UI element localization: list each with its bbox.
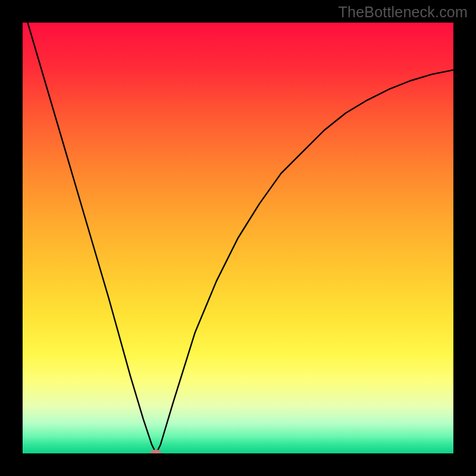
minimum-marker bbox=[151, 450, 162, 454]
bottleneck-curve bbox=[23, 23, 453, 453]
chart-frame: TheBottleneck.com bbox=[0, 0, 476, 476]
plot-area bbox=[23, 23, 453, 453]
watermark-text: TheBottleneck.com bbox=[339, 4, 468, 21]
